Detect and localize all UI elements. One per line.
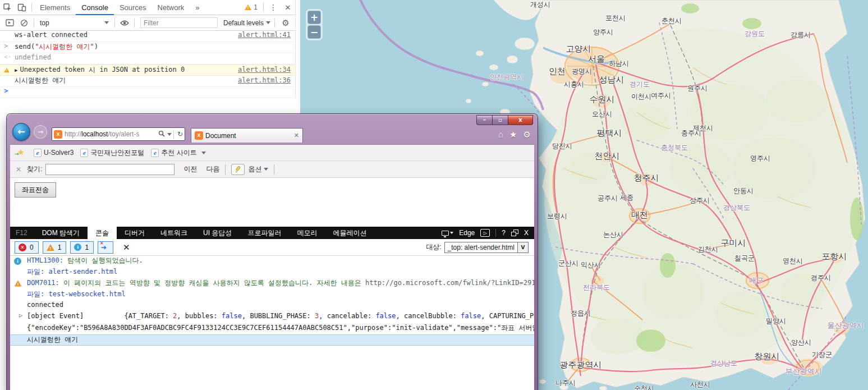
- source-link[interactable]: alert.html:41: [238, 31, 291, 39]
- f12-console-row: ▷[object Event] {AT_TARGET: 2, bubbles: …: [10, 312, 534, 323]
- f12-tab[interactable]: UI 응답성: [195, 227, 240, 240]
- map-label-공주시: 공주시: [598, 194, 618, 203]
- highlight-pen-icon[interactable]: [231, 164, 245, 175]
- maximize-button[interactable]: ▫: [492, 115, 508, 125]
- device-emulation-icon[interactable]: [442, 231, 453, 236]
- help-icon[interactable]: ?: [502, 229, 506, 237]
- close-button[interactable]: x: [508, 115, 533, 125]
- address-bar[interactable]: X http://localhost/toy/alert-s ↻: [52, 127, 185, 141]
- favorite-item[interactable]: e추천 사이트: [148, 147, 209, 159]
- expand-icon[interactable]: ▷: [19, 312, 22, 318]
- more-tabs-button[interactable]: »: [190, 0, 205, 15]
- send-coordinates-button[interactable]: 좌표전송: [15, 182, 56, 198]
- back-button[interactable]: ←: [12, 123, 30, 141]
- warning-count-badge[interactable]: ! 1: [245, 3, 258, 11]
- warning-filter-button[interactable]: ! 1: [43, 241, 67, 254]
- address-dropdown-icon[interactable]: [167, 133, 172, 136]
- divider: [134, 19, 135, 27]
- divider: [114, 19, 115, 27]
- console-shortcut-icon[interactable]: ▷: [480, 229, 490, 237]
- find-close-icon[interactable]: ✕: [16, 166, 21, 173]
- warning-icon: !: [15, 281, 22, 287]
- f12-tab[interactable]: DOM 탐색기: [34, 227, 88, 240]
- inspect-icon[interactable]: [0, 0, 15, 15]
- f12-tab[interactable]: 에뮬레이션: [325, 227, 374, 240]
- f12-label: F12: [10, 229, 34, 237]
- tab-console[interactable]: Console: [76, 0, 114, 15]
- zoom-out-button[interactable]: −: [307, 25, 321, 39]
- find-bar: ✕ 찾기: 이전 다음 옵션: [10, 161, 534, 178]
- divider: [34, 19, 34, 27]
- map-label-영주시: 영주시: [750, 154, 770, 163]
- target-selector: 대상: _top: alert-sender.html V: [426, 242, 529, 253]
- source-link[interactable]: alert.html:34: [238, 66, 291, 74]
- device-toolbar-icon[interactable]: [15, 0, 29, 15]
- source-link[interactable]: alert.html:36: [238, 76, 291, 84]
- f12-tabs: DOM 탐색기콘솔디버거네트워크UI 응답성프로파일러메모리에뮬레이션: [34, 227, 375, 240]
- clear-on-navigate-button[interactable]: ➔✕: [98, 241, 113, 254]
- target-dropdown[interactable]: _top: alert-sender.html V: [444, 242, 529, 253]
- home-icon[interactable]: ⌂: [498, 130, 503, 140]
- divider: [263, 3, 264, 12]
- f12-tab[interactable]: 프로파일러: [240, 227, 289, 240]
- find-prev-button[interactable]: 이전: [183, 164, 197, 174]
- console-row: ws-alert connectedalert.html:41: [0, 31, 295, 42]
- expand-icon[interactable]: ▶: [15, 67, 17, 73]
- map-label-경상북도: 경상북도: [723, 203, 750, 213]
- find-options-button[interactable]: 옵션: [248, 164, 268, 174]
- f12-tab[interactable]: 네트워크: [153, 227, 195, 240]
- info-filter-button[interactable]: i 1: [70, 241, 94, 254]
- tab-sources[interactable]: Sources: [114, 0, 152, 15]
- refresh-icon[interactable]: ↻: [177, 130, 183, 138]
- favorite-item[interactable]: e국민재난안전포털: [77, 147, 148, 159]
- find-label: 찾기:: [27, 164, 42, 174]
- f12-console-toolbar: ✕ 0 ! 1 i 1 ➔✕ ✕ 대상: _top: alert-sender.…: [10, 239, 534, 256]
- browser-tab[interactable]: X Document ✕: [191, 128, 303, 143]
- eye-icon[interactable]: [117, 16, 132, 30]
- minimize-button[interactable]: –: [476, 115, 493, 125]
- error-filter-button[interactable]: ✕ 0: [15, 241, 39, 254]
- search-icon[interactable]: [158, 130, 165, 139]
- context-selector[interactable]: top: [36, 19, 112, 27]
- map-label-경주시: 경주시: [811, 273, 831, 283]
- divider: [274, 19, 275, 27]
- clear-console-icon[interactable]: [17, 16, 31, 30]
- console-sidebar-icon[interactable]: [2, 16, 17, 30]
- favorites-star-icon[interactable]: ★: [509, 130, 517, 140]
- map-label-오산시: 오산시: [592, 109, 612, 119]
- tab-elements[interactable]: Elements: [34, 0, 76, 15]
- tab-network[interactable]: Network: [152, 0, 190, 15]
- console-messages: ws-alert connectedalert.html:41>send("시시…: [0, 31, 295, 98]
- log-levels-selector[interactable]: Default levels: [221, 19, 273, 27]
- map-label-하남시: 하남시: [609, 59, 629, 68]
- devtools-close-icon[interactable]: ✕: [281, 0, 295, 15]
- clear-console-icon[interactable]: ✕: [123, 242, 130, 253]
- forward-button[interactable]: →: [34, 125, 47, 139]
- tab-close-icon[interactable]: ✕: [294, 132, 299, 139]
- find-next-button[interactable]: 다음: [206, 164, 219, 174]
- map-label-이천시: 이천시: [631, 92, 651, 102]
- ie-titlebar[interactable]: – ▫ x: [7, 114, 538, 127]
- unpin-icon[interactable]: [511, 230, 518, 236]
- filter-input[interactable]: [140, 17, 218, 28]
- f12-tab[interactable]: 디버거: [117, 227, 153, 240]
- f12-close-icon[interactable]: X: [524, 229, 529, 237]
- console-settings-gear-icon[interactable]: ⚙: [278, 16, 293, 30]
- map-label-보령시: 보령시: [547, 212, 567, 221]
- zoom-in-button[interactable]: +: [307, 11, 321, 24]
- map-label-부산광역시: 부산광역시: [786, 366, 822, 377]
- settings-gear-icon[interactable]: ⚙: [523, 130, 531, 140]
- find-input[interactable]: [45, 164, 174, 175]
- f12-tab[interactable]: 메모리: [289, 227, 325, 240]
- f12-tab[interactable]: 콘솔: [88, 227, 117, 240]
- message-text: 시시껄렁한 얘기: [15, 76, 230, 85]
- add-favorite-icon[interactable]: ★→: [16, 148, 26, 157]
- favorite-item[interactable]: eU-Solver3: [30, 147, 77, 159]
- message-text: send("시시껄렁한 얘기"): [15, 42, 291, 52]
- clear-on-navigate-icon: ➔✕: [101, 244, 110, 251]
- divider: [274, 164, 274, 175]
- devtools-tabs: ElementsConsoleSourcesNetwork: [34, 0, 190, 15]
- devtools-menu-icon[interactable]: ⋮: [266, 0, 281, 15]
- info-icon: i: [14, 258, 21, 265]
- row-gutter: <·: [4, 53, 11, 61]
